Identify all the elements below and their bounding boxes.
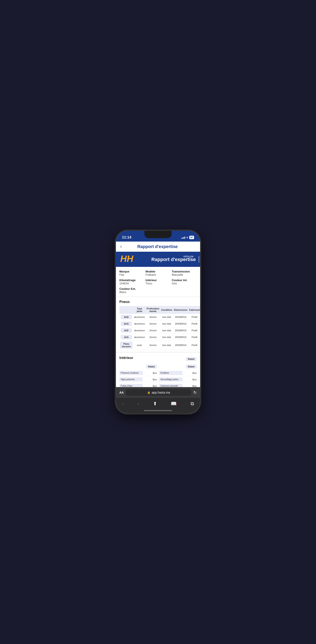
tabs-button[interactable]: ⧉ [189, 400, 196, 408]
tire-dimensions: 205/80R16 [173, 320, 188, 327]
interieur-two-col: Statut Présence d'odeurs Bon Tapis prése… [119, 364, 197, 387]
tire-dimensions: 205/80R16 [173, 334, 188, 340]
tire-condition: bon état [160, 314, 173, 320]
vehicle-info: Marque Fiat Modèle Fullback Transmission… [116, 267, 200, 297]
interieur-right-col: Statut Fenêtres Bon Verrouillage portes … [159, 364, 197, 387]
int-left-row: Fuites d'eau Bon [119, 383, 157, 387]
tire-col-condition: Condition [160, 306, 173, 314]
modele-label: Modèle [146, 270, 170, 273]
tire-fabricant: Pirelli [188, 320, 200, 327]
int-left-row: Tapis présents Bon [119, 376, 157, 383]
int-left-label: Tapis présents [119, 377, 143, 382]
int-left-value: Bon [144, 385, 157, 387]
tire-dimensions: 205/80R16 [173, 327, 188, 334]
tire-position: ArG [119, 334, 133, 340]
blue-banner: HH véhicule Rapport d'expertise [116, 252, 200, 267]
interieur-statut-header: Statut [186, 357, 197, 361]
interieur-section: Intérieur Statut Statut Présence d'odeur… [116, 352, 200, 387]
tire-profondeur: 3mmm [146, 334, 160, 340]
bookmarks-button[interactable]: 📖 [169, 400, 178, 408]
back-nav-button[interactable]: ‹ [120, 400, 125, 408]
vehicule-label: véhicule [183, 255, 194, 258]
couleur-ext-label: Couleur Ext. [119, 287, 197, 290]
tire-dimensions: 205/80R16 [173, 314, 188, 320]
right-statut-header: Statut [186, 364, 197, 368]
tire-fabricant: Pirelli [188, 334, 200, 340]
back-button[interactable]: ‹ [120, 244, 122, 249]
couleur-ext-item: Couleur Ext. Blanc [119, 287, 197, 294]
interieur-type-value: Tissu [146, 282, 170, 285]
couleur-int-label: Couleur Int. [172, 278, 197, 282]
tire-position: Pneu secours [119, 340, 133, 350]
tire-col-fabricant: Fabricant [188, 306, 200, 314]
tire-row: Pneu secours acier 3mmm bon état 205/80R… [119, 340, 200, 350]
int-right-value: Bon [184, 378, 197, 381]
tire-condition: bon état [160, 327, 173, 334]
phone-screen: 11:14 ▾ 97 ‹ Rapport d'expertise [116, 231, 200, 413]
font-size-button[interactable]: AA [119, 391, 124, 394]
tire-fabricant: Pirelli [188, 340, 200, 350]
url-bar[interactable]: 🔒 app.hasta.ma [126, 389, 191, 396]
tire-type: aluminium [133, 320, 146, 327]
status-icons: ▾ 97 [181, 236, 194, 239]
tire-type: acier [133, 340, 146, 350]
tire-dimensions: 205/80R16 [173, 340, 188, 350]
int-right-label: Fenêtres [159, 371, 182, 375]
home-bar [144, 410, 172, 411]
int-left-label: Présence d'odeurs [119, 371, 143, 375]
reload-button[interactable]: ↻ [193, 390, 197, 395]
int-right-label: Verrouillage portes [159, 377, 182, 382]
tire-row: AvG aluminium 3mmm bon état 205/80R16 Pi… [119, 320, 200, 327]
tire-fabricant: Pirelli [188, 327, 200, 334]
logo-icon: HH [120, 254, 133, 264]
pneus-section: Pneus Type jante Profondeur bande Condit… [116, 297, 200, 352]
logo-area: HH [120, 254, 133, 264]
kilometrage-value: 144634 [119, 282, 144, 285]
forward-nav-button[interactable]: › [136, 400, 141, 408]
tire-type: aluminium [133, 314, 146, 320]
battery-indicator: 97 [189, 236, 194, 239]
tire-row: ArD aluminium 3mmm bon état 205/80R16 Pi… [119, 327, 200, 334]
tire-profondeur: 3mmm [146, 320, 160, 327]
tire-fabricant: Pirelli [188, 314, 200, 320]
int-left-label: Fuites d'eau [119, 384, 143, 387]
info-grid-row2: Kilométrage 144634 Intérieur Tissu Coule… [119, 278, 197, 285]
interieur-left-col: Statut Présence d'odeurs Bon Tapis prése… [119, 364, 157, 387]
transmission-label: Transmission [172, 270, 197, 273]
tire-type: aluminium [133, 334, 146, 340]
scroll-area[interactable]: HH véhicule Rapport d'expertise Marque F… [116, 252, 200, 387]
status-time: 11:14 [122, 235, 131, 240]
tire-col-dimensions: Dimensions [173, 306, 188, 314]
interieur-type-label: Intérieur [146, 278, 170, 282]
tire-profondeur: 3mmm [146, 314, 160, 320]
modele-value: Fullback [146, 273, 170, 276]
wifi-icon: ▾ [186, 236, 188, 239]
kilometrage-label: Kilométrage [119, 278, 144, 282]
tire-col-empty [119, 306, 133, 314]
int-right-value: Bon [184, 372, 197, 374]
tire-col-type: Type jante [133, 306, 146, 314]
transmission-value: Manuelle [172, 273, 197, 276]
tire-profondeur: 3mmm [146, 340, 160, 350]
couleur-int-item: Couleur Int. Gris [172, 278, 197, 285]
tire-condition: bon état [160, 320, 173, 327]
phone-frame: 11:14 ▾ 97 ‹ Rapport d'expertise [116, 231, 200, 413]
pneus-title: Pneus [119, 300, 197, 304]
modele-item: Modèle Fullback [146, 270, 170, 276]
home-indicator [116, 409, 200, 413]
tire-position: AvG [119, 320, 133, 327]
info-grid-row1: Marque Fiat Modèle Fullback Transmission… [119, 270, 197, 276]
tire-row: AvD aluminium 3mmm bon état 205/80R16 Pi… [119, 314, 200, 320]
marque-item: Marque Fiat [119, 270, 144, 276]
scrollbar [199, 256, 199, 262]
page-title: Rapport d'expertise [124, 244, 191, 249]
int-left-value: Bon [144, 372, 157, 374]
share-button[interactable]: ⬆ [151, 400, 159, 408]
int-right-row: Ceintures sécurité Bon [159, 383, 197, 387]
url-text: app.hasta.ma [152, 391, 170, 394]
marque-label: Marque [119, 270, 144, 273]
couleur-int-value: Gris [172, 282, 197, 285]
int-right-value: Bon [184, 385, 197, 387]
tire-profondeur: 3mmm [146, 327, 160, 334]
int-left-value: Bon [144, 378, 157, 381]
